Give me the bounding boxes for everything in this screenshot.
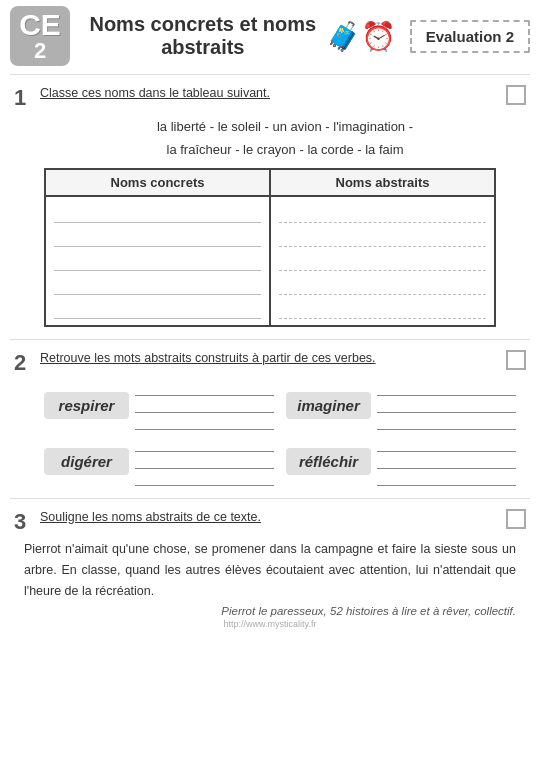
ce-label: CE — [19, 10, 61, 40]
table-col-abstraits — [271, 197, 494, 325]
table-col-concrets — [46, 197, 271, 325]
page-header: CE 2 Noms concrets et noms abstraits 🧳⏰ … — [0, 0, 540, 70]
suitcase-icon: 🧳⏰ — [326, 20, 396, 53]
section-1-header: 1 Classe ces noms dans le tableau suivan… — [14, 85, 526, 111]
verb-line — [377, 416, 516, 430]
ce-badge: CE 2 — [10, 6, 70, 66]
table-line — [279, 249, 486, 271]
verb-label-digerer: digérer — [44, 448, 129, 475]
verb-answer-lines-1 — [135, 382, 274, 430]
verb-label-imaginer: imaginer — [286, 392, 371, 419]
verb-line — [135, 416, 274, 430]
section-1-2-divider — [10, 339, 530, 340]
col-header-abstraits: Noms abstraits — [271, 170, 494, 195]
verb-line — [377, 382, 516, 396]
reading-text: Pierrot n'aimait qu'une chose, se promen… — [24, 539, 516, 603]
section-3-header: 3 Souligne les noms abstraits de ce text… — [14, 509, 526, 535]
word-list-line2: la fraîcheur - le crayon - la corde - la… — [44, 138, 526, 161]
col-header-concrets: Noms concrets — [46, 170, 271, 195]
classification-table: Noms concrets Noms abstraits — [44, 168, 496, 327]
section-3-checkbox[interactable] — [506, 509, 526, 529]
verb-item-imaginer: imaginer — [286, 382, 516, 430]
table-line — [54, 225, 261, 247]
verb-line — [377, 438, 516, 452]
section-2: 2 Retrouve les mots abstraits construits… — [0, 344, 540, 494]
verb-grid: respirer imaginer digérer — [44, 382, 516, 486]
section-1: 1 Classe ces noms dans le tableau suivan… — [0, 79, 540, 335]
ce-number: 2 — [34, 40, 46, 62]
section-1-instruction: Classe ces noms dans le tableau suivant. — [40, 85, 498, 103]
text-source: Pierrot le paresseux, 52 histoires à lir… — [24, 605, 516, 617]
header-divider — [10, 74, 530, 75]
verb-answer-lines-2 — [377, 382, 516, 430]
page-title: Noms concrets et noms abstraits — [70, 13, 326, 59]
table-header-row: Noms concrets Noms abstraits — [46, 170, 494, 197]
verb-label-reflechir: réfléchir — [286, 448, 371, 475]
verb-line — [377, 472, 516, 486]
table-line — [54, 273, 261, 295]
section-1-number: 1 — [14, 85, 32, 111]
verb-line — [135, 472, 274, 486]
verb-line — [377, 455, 516, 469]
section-2-instruction: Retrouve les mots abstraits construits à… — [40, 350, 498, 368]
table-line — [279, 201, 486, 223]
verb-line — [135, 438, 274, 452]
table-line — [279, 297, 486, 319]
section-3-instruction: Souligne les noms abstraits de ce texte. — [40, 509, 498, 527]
table-line — [54, 297, 261, 319]
verb-item-reflechir: réfléchir — [286, 438, 516, 486]
section-2-checkbox[interactable] — [506, 350, 526, 370]
verb-answer-lines-4 — [377, 438, 516, 486]
table-line — [279, 225, 486, 247]
table-line — [54, 249, 261, 271]
table-body — [46, 197, 494, 325]
table-line — [54, 201, 261, 223]
table-line — [279, 273, 486, 295]
verb-answer-lines-3 — [135, 438, 274, 486]
section-2-header: 2 Retrouve les mots abstraits construits… — [14, 350, 526, 376]
verb-line — [135, 382, 274, 396]
verb-line — [135, 455, 274, 469]
evaluation-badge: Evaluation 2 — [410, 20, 530, 53]
section-2-3-divider — [10, 498, 530, 499]
section-3-number: 3 — [14, 509, 32, 535]
word-list: la liberté - le soleil - un avion - l'im… — [44, 115, 526, 162]
section-2-number: 2 — [14, 350, 32, 376]
verb-item-digerer: digérer — [44, 438, 274, 486]
verb-line — [135, 399, 274, 413]
word-list-line1: la liberté - le soleil - un avion - l'im… — [44, 115, 526, 138]
section-1-checkbox[interactable] — [506, 85, 526, 105]
verb-label-respirer: respirer — [44, 392, 129, 419]
verb-line — [377, 399, 516, 413]
footer-url: http://www.mysticality.fr — [14, 619, 526, 629]
verb-item-respirer: respirer — [44, 382, 274, 430]
section-3: 3 Souligne les noms abstraits de ce text… — [0, 503, 540, 633]
